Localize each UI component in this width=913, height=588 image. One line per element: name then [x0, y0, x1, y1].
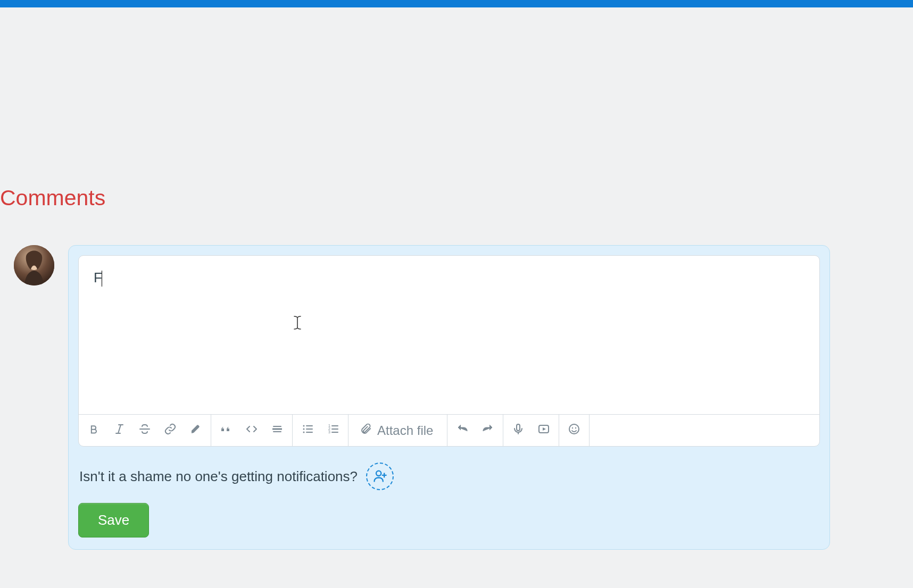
highlight-button[interactable] [183, 419, 209, 442]
redo-button[interactable] [475, 419, 501, 442]
svg-point-25 [572, 427, 573, 429]
save-button[interactable]: Save [78, 503, 149, 537]
record-audio-button[interactable] [505, 419, 531, 442]
attach-file-label: Attach file [377, 423, 433, 438]
svg-rect-21 [517, 424, 520, 431]
bold-button[interactable] [81, 419, 106, 442]
comment-composer-row: F [0, 245, 913, 550]
svg-point-9 [303, 425, 305, 427]
italic-icon [113, 423, 126, 438]
emoji-button[interactable] [561, 419, 587, 442]
section-heading-comments: Comments [0, 7, 913, 209]
notification-empty-text: Isn't it a shame no one's getting notifi… [79, 468, 358, 485]
hr-button[interactable] [264, 419, 290, 442]
svg-marker-23 [543, 427, 546, 431]
app-header-bar [0, 0, 913, 7]
link-icon [164, 423, 177, 438]
redo-icon [482, 423, 494, 438]
bold-icon [88, 423, 99, 438]
link-button[interactable] [157, 419, 183, 442]
numbered-list-button[interactable]: 123 [320, 419, 346, 442]
comment-content: F [94, 270, 102, 285]
svg-point-10 [303, 429, 305, 430]
paperclip-icon [360, 423, 372, 438]
video-icon [537, 423, 550, 438]
editor-toolbar: 123 Attach file [79, 414, 819, 446]
undo-icon [456, 423, 469, 438]
svg-point-27 [376, 471, 381, 475]
code-icon [245, 423, 258, 438]
comment-editor-frame: F [78, 255, 820, 447]
svg-line-4 [118, 425, 121, 433]
microphone-icon [512, 423, 525, 438]
comment-textarea[interactable]: F [79, 256, 819, 414]
hr-icon [271, 423, 284, 438]
record-video-button[interactable] [531, 419, 557, 442]
person-plus-icon [372, 468, 387, 485]
undo-button[interactable] [450, 419, 475, 442]
notification-row: Isn't it a shame no one's getting notifi… [78, 463, 820, 490]
svg-text:3: 3 [328, 430, 330, 434]
comment-editor-card: F [68, 245, 830, 550]
current-user-avatar[interactable] [14, 245, 54, 285]
strikethrough-icon [138, 423, 151, 438]
svg-point-24 [569, 424, 579, 434]
svg-point-26 [575, 427, 576, 429]
bullet-list-icon [301, 423, 314, 438]
add-notification-recipient-button[interactable] [366, 463, 394, 490]
strikethrough-button[interactable] [132, 419, 157, 442]
emoji-icon [568, 423, 580, 438]
code-button[interactable] [239, 419, 264, 442]
italic-button[interactable] [106, 419, 132, 442]
text-cursor-icon [293, 315, 302, 334]
blockquote-button[interactable] [213, 419, 239, 442]
bullet-list-button[interactable] [295, 419, 320, 442]
highlight-icon [189, 423, 202, 438]
quote-icon [220, 423, 233, 438]
numbered-list-icon: 123 [327, 423, 339, 438]
svg-point-11 [303, 432, 305, 433]
attach-file-button[interactable]: Attach file [351, 419, 445, 442]
